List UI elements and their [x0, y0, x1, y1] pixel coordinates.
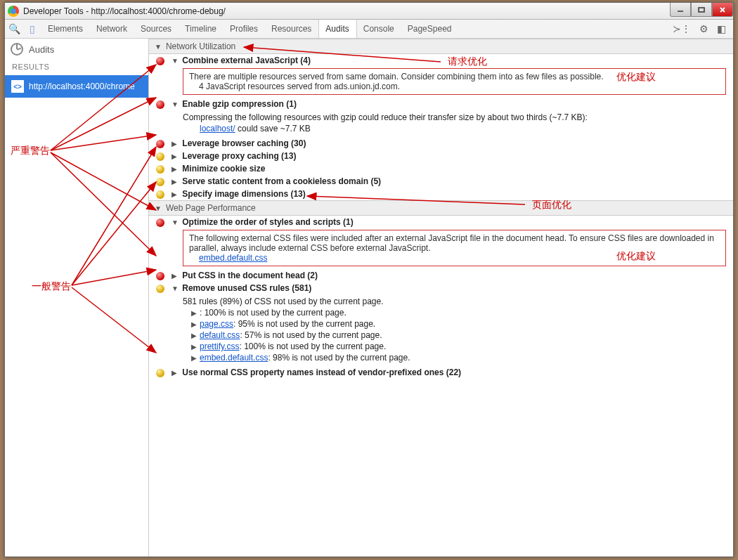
link-page-css[interactable]: page.css — [200, 319, 233, 329]
window-title: Developer Tools - http://localhost:4000/… — [23, 6, 226, 16]
severity-red-icon — [156, 140, 164, 148]
link-embed-css[interactable]: embed.default.css — [199, 253, 267, 263]
audit-optimize-order-detail: The following external CSS files were in… — [183, 230, 726, 266]
maximize-button[interactable] — [691, 3, 712, 17]
document-icon: <> — [11, 79, 25, 93]
tab-elements[interactable]: Elements — [41, 20, 90, 38]
devtools-window: Developer Tools - http://localhost:4000/… — [4, 2, 734, 557]
severity-yellow-icon — [156, 190, 164, 199]
severity-yellow-icon — [156, 285, 164, 293]
tab-profiles[interactable]: Profiles — [224, 20, 265, 38]
audit-optimize-order[interactable]: ▼ Optimize the order of styles and scrip… — [149, 216, 733, 228]
tab-pagespeed[interactable]: PageSpeed — [401, 20, 459, 38]
audit-combine-js-detail: There are multiple resources served from… — [183, 68, 726, 95]
clock-icon — [11, 43, 23, 56]
audit-browser-caching[interactable]: ▶ Leverage browser caching (30) — [149, 137, 733, 150]
dock-icon[interactable]: ◧ — [717, 23, 726, 34]
audit-combine-js[interactable]: ▼ Combine external JavaScript (4) — [149, 54, 733, 67]
svg-rect-1 — [699, 8, 704, 12]
tab-audits[interactable]: Audits — [318, 20, 356, 38]
tab-timeline[interactable]: Timeline — [179, 20, 224, 38]
link-prettify-css[interactable]: prettify.css — [200, 341, 239, 351]
audit-cookieless-domain[interactable]: ▶ Serve static content from a cookieless… — [149, 175, 733, 188]
link-embed-default-css[interactable]: embed.default.css — [200, 353, 268, 363]
audit-css-in-head[interactable]: ▶ Put CSS in the document head (2) — [149, 269, 733, 282]
severity-red-icon — [156, 100, 164, 109]
devtools-toolbar: 🔍 ▯ Elements Network Sources Timeline Pr… — [5, 20, 733, 39]
drawer-icon[interactable]: ≻⋮ — [673, 23, 691, 34]
chevron-down-icon: ▼ — [155, 43, 162, 51]
close-button[interactable] — [712, 3, 733, 17]
chrome-icon — [8, 6, 19, 17]
sidebar-result-label: http://localhost:4000/chrome — [29, 82, 135, 91]
section-web-page-performance[interactable]: ▼ Web Page Performance — [149, 200, 733, 216]
audit-proxy-caching[interactable]: ▶ Leverage proxy caching (13) — [149, 150, 733, 162]
severity-red-icon — [156, 57, 164, 65]
sidebar-header: Audits — [5, 39, 148, 60]
audit-image-dimensions[interactable]: ▶ Specify image dimensions (13) — [149, 188, 733, 200]
severity-red-icon — [156, 272, 164, 280]
link-default-css[interactable]: default.css — [200, 330, 240, 340]
titlebar: Developer Tools - http://localhost:4000/… — [5, 3, 733, 20]
sidebar-subheader: RESULTS — [5, 60, 148, 75]
audit-minimize-cookie[interactable]: ▶ Minimize cookie size — [149, 162, 733, 175]
sidebar-result-item[interactable]: <> http://localhost:4000/chrome — [5, 75, 148, 98]
tab-resources[interactable]: Resources — [265, 20, 318, 38]
panel-tabs: Elements Network Sources Timeline Profil… — [41, 20, 458, 38]
severity-yellow-icon — [156, 165, 164, 174]
chevron-down-icon: ▼ — [155, 204, 162, 212]
tab-sources[interactable]: Sources — [134, 20, 179, 38]
audit-unused-css[interactable]: ▼ Remove unused CSS rules (581) — [149, 282, 733, 294]
window-controls — [670, 3, 733, 17]
tab-console[interactable]: Console — [356, 20, 401, 38]
sidebar-title: Audits — [29, 44, 54, 55]
minimize-button[interactable] — [670, 3, 691, 17]
settings-icon[interactable]: ⚙ — [699, 23, 708, 34]
section-network-utilization[interactable]: ▼ Network Utilization — [149, 39, 733, 54]
severity-red-icon — [156, 219, 164, 227]
search-icon[interactable]: 🔍 — [5, 23, 23, 34]
audit-vendor-prefix[interactable]: ▶ Use normal CSS property names instead … — [149, 366, 733, 379]
sidebar: Audits RESULTS <> http://localhost:4000/… — [5, 39, 149, 556]
severity-yellow-icon — [156, 369, 164, 377]
link-localhost[interactable]: localhost/ — [200, 124, 235, 134]
audit-unused-css-detail: 581 rules (89%) of CSS not used by the c… — [183, 296, 733, 363]
severity-yellow-icon — [156, 178, 164, 186]
severity-yellow-icon — [156, 152, 164, 161]
audit-results: ▼ Network Utilization ▼ Combine external… — [149, 39, 733, 556]
tab-network[interactable]: Network — [90, 20, 134, 38]
audit-gzip[interactable]: ▼ Enable gzip compression (1) — [149, 98, 733, 110]
audit-gzip-detail: Compressing the following resources with… — [183, 112, 733, 134]
device-icon[interactable]: ▯ — [23, 23, 41, 34]
